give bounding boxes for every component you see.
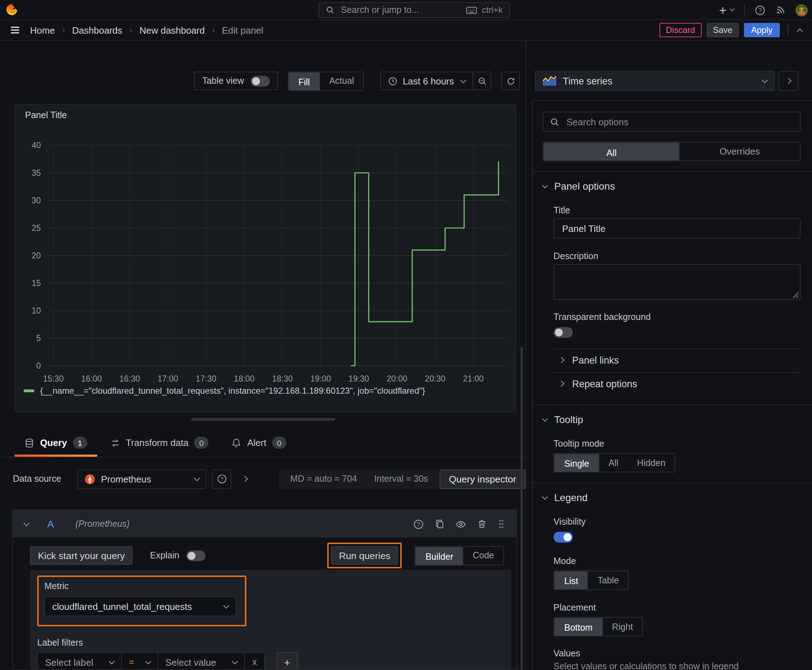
chevron-down-icon xyxy=(194,475,200,481)
panel-options-header[interactable]: Panel options xyxy=(533,172,812,196)
svg-text:40: 40 xyxy=(32,140,41,150)
breadcrumb-home[interactable]: Home xyxy=(30,25,55,36)
repeat-options-row[interactable]: Repeat options xyxy=(554,373,800,394)
hide-query-icon[interactable] xyxy=(455,519,466,530)
panel-resize-handle[interactable] xyxy=(191,418,335,421)
breadcrumb-separator: › xyxy=(130,25,132,35)
query-datasource-hint: (Prometheus) xyxy=(76,519,130,529)
menu-icon[interactable] xyxy=(10,26,20,34)
active-tab-underline xyxy=(14,455,97,457)
legend-mode-list[interactable]: List xyxy=(554,571,588,590)
query-editor: A (Prometheus) ? xyxy=(12,510,517,670)
tab-transform[interactable]: Transform data 0 xyxy=(98,429,220,457)
panel-description-input[interactable] xyxy=(561,269,793,296)
placement-right[interactable]: Right xyxy=(603,618,642,636)
select-value-dropdown[interactable]: Select value xyxy=(158,652,245,669)
textarea-resize-icon[interactable] xyxy=(793,292,798,298)
visualization-picker[interactable]: Time series xyxy=(535,71,775,91)
delete-query-icon[interactable] xyxy=(477,519,487,529)
collapse-query-chevron[interactable] xyxy=(24,520,30,526)
expand-row-chevron[interactable] xyxy=(242,476,248,482)
transparent-bg-toggle[interactable] xyxy=(554,327,573,338)
tab-query[interactable]: Query 1 xyxy=(13,429,98,457)
grafana-logo[interactable] xyxy=(6,3,18,16)
actions-divider xyxy=(788,24,788,36)
legend-swatch xyxy=(24,389,34,392)
metric-label: Metric xyxy=(44,581,236,591)
tooltip-mode-hidden[interactable]: Hidden xyxy=(627,454,675,472)
drag-handle-icon[interactable] xyxy=(498,519,505,529)
legend-mode-table[interactable]: Table xyxy=(588,571,628,589)
options-search-input[interactable] xyxy=(565,116,793,128)
options-search[interactable] xyxy=(543,112,800,132)
tooltip-mode-all[interactable]: All xyxy=(599,454,628,472)
tooltip-mode-single[interactable]: Single xyxy=(554,454,599,472)
label-filters-label: Label filters xyxy=(37,638,504,648)
metric-select[interactable]: cloudflared_tunnel_total_requests xyxy=(44,596,236,616)
code-option[interactable]: Code xyxy=(463,546,503,564)
fill-option[interactable]: Fill xyxy=(288,72,320,91)
chevron-down-icon xyxy=(730,7,735,12)
tab-overrides[interactable]: Overrides xyxy=(680,142,800,160)
kick-start-button[interactable]: Kick start your query xyxy=(30,546,133,565)
datasource-picker[interactable]: Prometheus xyxy=(77,469,206,489)
placement-bottom[interactable]: Bottom xyxy=(554,618,603,636)
legend-heading: Legend xyxy=(554,492,588,503)
operator-dropdown[interactable]: = xyxy=(121,652,158,669)
panel-title-input[interactable] xyxy=(561,222,793,234)
svg-text:15:30: 15:30 xyxy=(43,374,64,383)
interval-stat: Interval = 30s xyxy=(374,474,428,484)
add-filter-button[interactable]: + xyxy=(276,652,298,669)
legend-item[interactable]: {__name__="cloudflared_tunnel_total_requ… xyxy=(24,386,425,396)
duplicate-query-icon[interactable] xyxy=(435,519,445,529)
query-inspector-button[interactable]: Query inspector xyxy=(440,469,526,489)
refresh-button[interactable] xyxy=(501,71,520,90)
remove-filter-button[interactable]: x xyxy=(244,652,265,669)
query-ref-id: A xyxy=(47,518,54,530)
save-button[interactable]: Save xyxy=(706,23,739,37)
panel-view-toolbar: Table view Fill Actual Last 6 hours xyxy=(0,71,520,90)
legend-header[interactable]: Legend xyxy=(533,483,812,508)
tooltip-header[interactable]: Tooltip xyxy=(533,405,812,430)
collapse-chevron-icon[interactable] xyxy=(797,28,803,34)
run-queries-button[interactable]: Run queries xyxy=(331,546,398,565)
global-search-input[interactable] xyxy=(339,4,461,16)
time-range-picker[interactable]: Last 6 hours xyxy=(381,72,473,90)
svg-text:25: 25 xyxy=(32,223,41,233)
breadcrumb-separator: › xyxy=(62,25,65,35)
tab-alert[interactable]: Alert 0 xyxy=(220,429,298,457)
topbar-divider xyxy=(744,4,745,16)
database-icon xyxy=(24,438,34,448)
builder-option[interactable]: Builder xyxy=(415,546,463,565)
query-help-icon[interactable]: ? xyxy=(413,519,424,530)
table-view-control: Table view xyxy=(194,71,278,90)
news-icon[interactable] xyxy=(775,5,785,15)
actual-option[interactable]: Actual xyxy=(320,72,363,90)
select-label-dropdown[interactable]: Select label xyxy=(37,652,122,669)
breadcrumb-new-dashboard[interactable]: New dashboard xyxy=(140,25,205,36)
timeseries-plot: 051015202530354015:3016:0016:3017:0017:3… xyxy=(22,138,516,385)
svg-text:21:00: 21:00 xyxy=(463,374,484,383)
chevron-down-icon xyxy=(232,658,238,664)
discard-button[interactable]: Discard xyxy=(659,23,701,37)
svg-text:16:30: 16:30 xyxy=(119,374,140,383)
table-view-toggle[interactable] xyxy=(250,76,270,86)
left-pane-scrollbar[interactable] xyxy=(520,347,523,670)
legend-visibility-toggle[interactable] xyxy=(554,532,573,543)
panel-links-row[interactable]: Panel links xyxy=(554,349,800,371)
zoom-out-button[interactable] xyxy=(473,72,490,90)
avatar[interactable] xyxy=(795,4,808,16)
apply-button[interactable]: Apply xyxy=(744,23,780,37)
select-label-placeholder: Select label xyxy=(45,657,93,668)
tab-all-options[interactable]: All xyxy=(544,142,680,161)
datasource-help-button[interactable]: ? xyxy=(212,469,231,489)
new-button[interactable] xyxy=(718,5,734,15)
toggle-viz-pane-button[interactable] xyxy=(778,71,798,91)
bell-icon xyxy=(232,438,242,448)
explain-toggle[interactable] xyxy=(186,550,206,561)
global-search[interactable]: ctrl+k xyxy=(319,2,510,18)
breadcrumb-dashboards[interactable]: Dashboards xyxy=(72,25,122,36)
tooltip-mode-switch: Single All Hidden xyxy=(554,453,676,472)
run-queries-highlight: Run queries xyxy=(327,543,402,568)
help-icon[interactable]: ? xyxy=(755,5,765,15)
